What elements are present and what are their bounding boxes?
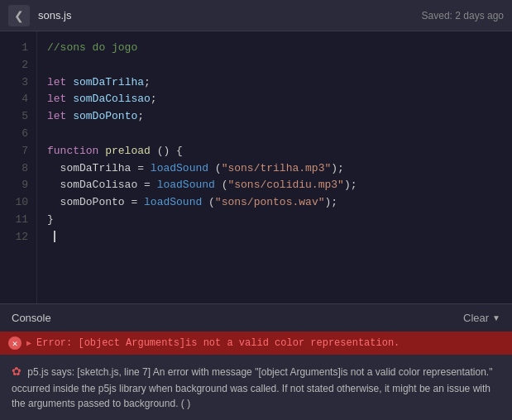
- header: ❮ sons.js Saved: 2 days ago: [0, 0, 512, 31]
- line-number: 9: [22, 177, 28, 194]
- code-line: [47, 126, 502, 143]
- line-number: 7: [22, 143, 28, 160]
- error-circle-icon: ✕: [8, 336, 22, 350]
- back-button[interactable]: ❮: [8, 5, 30, 26]
- chevron-down-icon: ▼: [492, 313, 500, 322]
- code-line: function preload () {: [47, 143, 502, 160]
- code-line: somDaColisao = loadSound ("sons/colidiu.…: [47, 177, 502, 194]
- line-number: 2: [22, 57, 28, 74]
- detail-content: ✿ p5.js says: [sketch.js, line 7] An err…: [12, 363, 500, 412]
- clear-button[interactable]: Clear ▼: [463, 312, 500, 324]
- line-number: 6: [22, 126, 28, 143]
- flower-icon: ✿: [12, 363, 22, 381]
- code-line: let somDaTrilha;: [47, 74, 502, 92]
- code-line: [47, 229, 502, 246]
- line-number: 8: [22, 160, 28, 178]
- code-line: }: [47, 212, 502, 229]
- error-bar: ✕ ▶ Error: [object Arguments]is not a va…: [0, 332, 512, 355]
- code-line: somDaTrilha = loadSound ("sons/trilha.mp…: [47, 160, 502, 178]
- error-short-text: Error: [object Arguments]is not a valid …: [36, 337, 400, 349]
- line-number: 1: [22, 40, 28, 57]
- saved-status: Saved: 2 days ago: [422, 10, 504, 21]
- line-number: 11: [15, 212, 28, 229]
- console-title: Console: [12, 312, 51, 324]
- line-number: 10: [15, 194, 28, 212]
- detail-panel: ✿ p5.js says: [sketch.js, line 7] An err…: [0, 355, 512, 420]
- code-line: let somDoPonto;: [47, 108, 502, 126]
- code-content[interactable]: //sons do jogo let somDaTrilha;let somDa…: [37, 31, 512, 303]
- console-header: Console Clear ▼: [0, 303, 512, 332]
- code-line: let somDaColisao;: [47, 91, 502, 108]
- line-number: 4: [22, 91, 28, 108]
- play-icon: ▶: [26, 338, 31, 348]
- editor-area: 123456789101112 //sons do jogo let somDa…: [0, 31, 512, 303]
- detail-text: p5.js says: [sketch.js, line 7] An error…: [12, 366, 492, 409]
- line-number: 3: [22, 74, 28, 92]
- file-name: sons.js: [38, 9, 71, 21]
- code-line: [47, 57, 502, 74]
- line-number: 12: [15, 229, 28, 246]
- code-line: //sons do jogo: [47, 40, 502, 57]
- line-numbers: 123456789101112: [0, 31, 37, 303]
- clear-label: Clear: [463, 312, 489, 324]
- text-cursor: [54, 231, 55, 242]
- code-line: somDoPonto = loadSound ("sons/pontos.wav…: [47, 194, 502, 212]
- line-number: 5: [22, 108, 28, 126]
